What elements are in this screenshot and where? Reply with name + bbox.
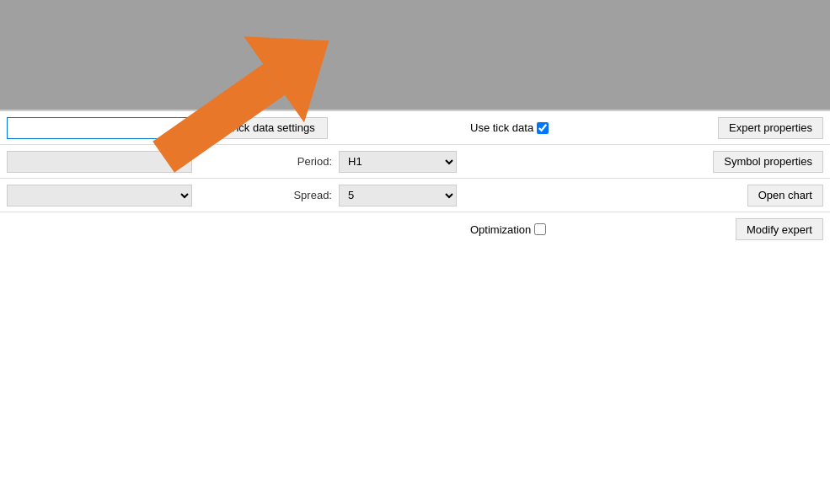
row1-right-cell: Expert properties (695, 111, 830, 144)
open-chart-button[interactable]: Open chart (747, 185, 823, 206)
row2-period-cell: Period: H1 M1 M5 M15 M30 H4 D1 (211, 145, 463, 178)
row3-spread-cell: Spread: 5 1 2 3 10 (211, 179, 463, 212)
row3-dropdown[interactable] (7, 185, 192, 206)
period-dropdown[interactable]: H1 M1 M5 M15 M30 H4 D1 (339, 151, 457, 173)
row3-left-cell (0, 179, 211, 212)
row3-right-cell: Open chart (695, 179, 830, 212)
main-container: Tick data settings Use tick data Expert … (0, 0, 830, 246)
row1-tick-cell: Tick data settings (211, 111, 463, 144)
row4-left-cell (0, 212, 211, 246)
main-symbol-dropdown[interactable] (7, 117, 192, 139)
row3: Spread: 5 1 2 3 10 Open chart (0, 179, 830, 212)
use-tick-label: Use tick data (470, 121, 549, 134)
row2-right-cell: Symbol properties (695, 145, 830, 178)
row4-right-cell: Modify expert (695, 212, 830, 246)
row1-usetick-cell: Use tick data (463, 111, 695, 144)
row2-left-cell (0, 145, 211, 178)
top-gray-area (0, 0, 830, 110)
period-label: Period: (297, 155, 332, 168)
symbol-properties-button[interactable]: Symbol properties (713, 151, 823, 173)
use-tick-text: Use tick data (470, 121, 533, 134)
spread-label: Spread: (293, 189, 332, 201)
optimization-checkbox[interactable] (534, 223, 546, 235)
row1-left-cell (0, 111, 211, 144)
row2-dropdown[interactable] (7, 151, 192, 173)
modify-expert-button[interactable]: Modify expert (736, 218, 823, 240)
tick-data-settings-button[interactable]: Tick data settings (217, 117, 328, 139)
row2-empty-cell (463, 145, 695, 178)
row3-empty-cell (463, 179, 695, 212)
row2: Period: H1 M1 M5 M15 M30 H4 D1 Symbol pr… (0, 145, 830, 179)
optimization-text: Optimization (470, 223, 531, 236)
spread-dropdown[interactable]: 5 1 2 3 10 (339, 185, 457, 206)
row1: Tick data settings Use tick data Expert … (0, 111, 830, 145)
expert-properties-button[interactable]: Expert properties (718, 117, 823, 139)
row4-optimization-cell: Optimization (463, 212, 695, 246)
use-tick-checkbox[interactable] (537, 122, 549, 134)
row4-empty-cell (211, 212, 463, 246)
rows-container: Tick data settings Use tick data Expert … (0, 111, 830, 246)
row4: Optimization Modify expert (0, 212, 830, 246)
optimization-label: Optimization (470, 223, 546, 236)
